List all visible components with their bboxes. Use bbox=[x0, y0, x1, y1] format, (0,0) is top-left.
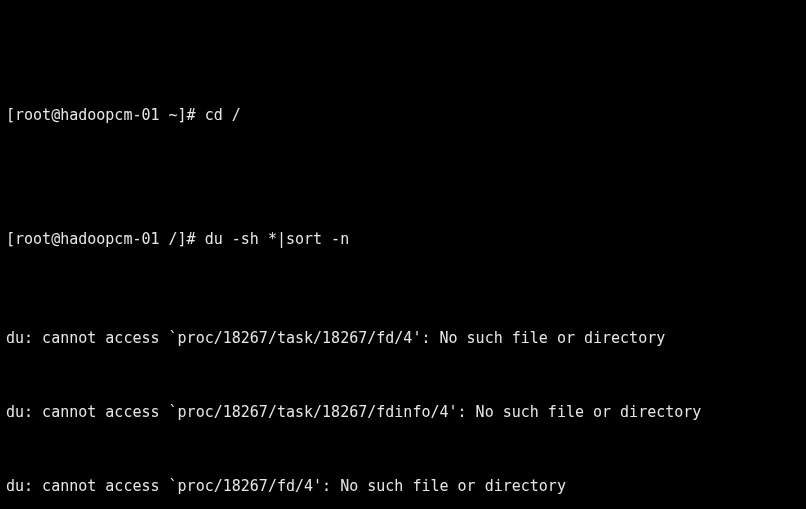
prompt-open-bracket: [ bbox=[6, 230, 15, 248]
prompt-close-bracket: ]# bbox=[178, 106, 205, 124]
prompt-open-bracket: [ bbox=[6, 106, 15, 124]
error-line: du: cannot access `proc/18267/task/18267… bbox=[6, 400, 800, 425]
error-text: du: cannot access `proc/18267/task/18267… bbox=[6, 329, 665, 347]
prompt-line-2: [root@hadoopcm-01 /]# du -sh *|sort -n bbox=[6, 202, 800, 252]
error-line: du: cannot access `proc/18267/task/18267… bbox=[6, 326, 800, 351]
command-text: du -sh *|sort -n bbox=[205, 230, 350, 248]
prompt-userhost: root@hadoopcm-01 / bbox=[15, 230, 178, 248]
terminal-window[interactable]: [root@hadoopcm-01 ~]# cd / [root@hadoopc… bbox=[0, 0, 806, 509]
prompt-close-bracket: ]# bbox=[178, 230, 205, 248]
error-text: du: cannot access `proc/18267/fd/4': No … bbox=[6, 477, 566, 495]
error-line: du: cannot access `proc/18267/fd/4': No … bbox=[6, 474, 800, 499]
error-text: du: cannot access `proc/18267/task/18267… bbox=[6, 403, 701, 421]
prompt-userhost: root@hadoopcm-01 ~ bbox=[15, 106, 178, 124]
command-text: cd / bbox=[205, 106, 241, 124]
prompt-line-1: [root@hadoopcm-01 ~]# cd / bbox=[6, 78, 800, 128]
